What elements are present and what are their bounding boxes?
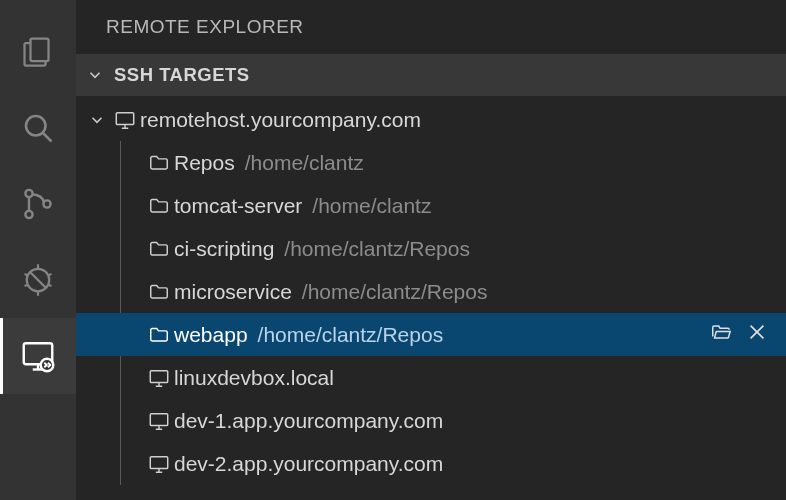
folder-icon <box>144 152 174 174</box>
ssh-host-label: linuxdevbox.local <box>174 366 334 390</box>
svg-rect-29 <box>150 456 167 468</box>
folder-icon <box>144 281 174 303</box>
folder-name: microservice <box>174 280 292 304</box>
svg-line-7 <box>31 273 46 288</box>
monitor-icon <box>144 453 174 475</box>
svg-point-1 <box>26 116 46 136</box>
folder-icon <box>144 195 174 217</box>
remote-folder-row[interactable]: ci-scripting /home/clantz/Repos <box>76 227 786 270</box>
monitor-icon <box>110 109 140 131</box>
monitor-icon <box>144 367 174 389</box>
svg-line-2 <box>43 133 51 141</box>
svg-rect-0 <box>31 39 49 62</box>
explorer-icon[interactable] <box>0 14 76 90</box>
svg-line-10 <box>48 274 52 276</box>
folder-path: /home/clantz/Repos <box>258 323 444 347</box>
ssh-host-row[interactable]: remotehost.yourcompany.com <box>76 98 786 141</box>
svg-rect-23 <box>150 370 167 382</box>
ssh-host-label: dev-2.app.yourcompany.com <box>174 452 443 476</box>
open-folder-icon[interactable] <box>710 321 732 348</box>
ssh-host-label: dev-1.app.yourcompany.com <box>174 409 443 433</box>
chevron-down-icon <box>82 66 108 84</box>
svg-line-11 <box>25 285 29 287</box>
section-header-ssh-targets[interactable]: SSH TARGETS <box>76 54 786 96</box>
svg-line-12 <box>48 285 52 287</box>
folder-path: /home/clantz/Repos <box>302 280 488 304</box>
remote-folder-row[interactable]: webapp /home/clantz/Repos <box>76 313 786 356</box>
close-icon[interactable] <box>746 321 768 348</box>
svg-point-3 <box>25 190 32 197</box>
svg-line-9 <box>25 274 29 276</box>
folder-path: /home/clantz/Repos <box>284 237 470 261</box>
debug-icon[interactable] <box>0 242 76 318</box>
ssh-host-row[interactable]: dev-2.app.yourcompany.com <box>76 442 786 485</box>
section-label: SSH TARGETS <box>114 64 250 86</box>
remote-explorer-panel: REMOTE EXPLORER SSH TARGETS remotehost.y… <box>76 0 786 500</box>
ssh-host-row[interactable]: dev-1.app.yourcompany.com <box>76 399 786 442</box>
svg-rect-26 <box>150 413 167 425</box>
chevron-down-icon <box>84 111 110 129</box>
folder-icon <box>144 324 174 346</box>
monitor-icon <box>144 410 174 432</box>
search-icon[interactable] <box>0 90 76 166</box>
panel-title: REMOTE EXPLORER <box>76 0 786 54</box>
ssh-host-label: remotehost.yourcompany.com <box>140 108 421 132</box>
folder-name: webapp <box>174 323 248 347</box>
folder-path: /home/clantz <box>245 151 364 175</box>
source-control-icon[interactable] <box>0 166 76 242</box>
folder-name: Repos <box>174 151 235 175</box>
remote-folder-row[interactable]: Repos /home/clantz <box>76 141 786 184</box>
folder-name: tomcat-server <box>174 194 302 218</box>
activity-bar <box>0 0 76 500</box>
ssh-host-row[interactable]: linuxdevbox.local <box>76 356 786 399</box>
svg-rect-18 <box>116 112 133 124</box>
folder-path: /home/clantz <box>312 194 431 218</box>
svg-point-4 <box>25 211 32 218</box>
remote-folder-row[interactable]: tomcat-server /home/clantz <box>76 184 786 227</box>
remote-explorer-icon[interactable] <box>0 318 76 394</box>
folder-icon <box>144 238 174 260</box>
ssh-target-tree: remotehost.yourcompany.com Repos /home/c… <box>76 96 786 500</box>
folder-name: ci-scripting <box>174 237 274 261</box>
remote-folder-row[interactable]: microservice /home/clantz/Repos <box>76 270 786 313</box>
